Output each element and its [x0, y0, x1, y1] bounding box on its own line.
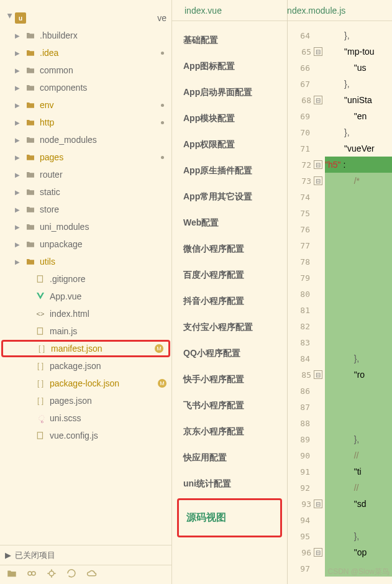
config-item[interactable]: Web配置	[172, 210, 287, 236]
code-line[interactable]	[325, 302, 392, 318]
source-view-button[interactable]: 源码视图	[177, 498, 282, 537]
refresh-icon[interactable]	[66, 568, 77, 582]
folder-item[interactable]: ▶store	[0, 201, 171, 218]
file-item[interactable]: main.js	[0, 322, 171, 340]
tab-index-vue[interactable]: index.vue	[172, 6, 234, 16]
config-item[interactable]: 京东小程序配置	[172, 419, 287, 445]
code-line[interactable]	[325, 237, 392, 253]
code-line[interactable]	[325, 334, 392, 350]
code-line[interactable]	[325, 415, 392, 431]
config-item[interactable]: 基础配置	[172, 27, 287, 53]
config-item[interactable]: App模块配置	[172, 106, 287, 132]
file-item[interactable]: ୄuni.scss	[0, 409, 171, 427]
folder-item[interactable]: ▶.idea	[0, 44, 171, 62]
folder-item[interactable]: ▶common	[0, 62, 171, 79]
file-item[interactable]: App.vue	[0, 288, 171, 305]
code-line[interactable]	[325, 318, 392, 334]
file-item[interactable]: .gitignore	[0, 270, 171, 288]
file-item[interactable]: <>index.html	[0, 305, 171, 322]
closed-projects[interactable]: ▶ 已关闭项目	[0, 545, 171, 565]
code-line[interactable]: "op	[325, 544, 392, 560]
folder-item[interactable]: ▶uni_modules	[0, 218, 171, 235]
config-item[interactable]: App权限配置	[172, 132, 287, 158]
binoculars-icon[interactable]	[26, 568, 37, 582]
chevron-icon: ▶	[15, 189, 25, 196]
folder-item[interactable]: ▶node_modules	[0, 131, 171, 148]
config-item[interactable]: 微信小程序配置	[172, 236, 287, 262]
fold-icon[interactable]: ⊟	[314, 96, 322, 104]
code-line[interactable]: },	[325, 350, 392, 367]
code-line[interactable]	[325, 286, 392, 302]
fold-icon[interactable]: ⊟	[314, 370, 322, 379]
file-item[interactable]: vue.config.js	[0, 427, 171, 444]
cloud-icon[interactable]	[86, 568, 97, 582]
code-line[interactable]: },	[325, 528, 392, 544]
code-line[interactable]: "vueVer	[325, 140, 392, 157]
folder-item[interactable]: ▶router	[0, 166, 171, 183]
code-line[interactable]: /*	[325, 173, 392, 189]
code-line[interactable]	[325, 383, 392, 399]
tree-item-label: manifest.json	[51, 344, 155, 354]
code-line[interactable]: },	[325, 76, 392, 92]
code-line[interactable]	[325, 189, 392, 205]
code-line[interactable]: "mp-tou	[325, 43, 392, 60]
folder-item[interactable]: ▶unpackage	[0, 235, 171, 253]
file-item[interactable]: [ ]package.json	[0, 357, 171, 375]
fold-icon[interactable]: ⊟	[314, 160, 322, 169]
config-item[interactable]: App原生插件配置	[172, 158, 287, 184]
config-item[interactable]: QQ小程序配置	[172, 340, 287, 367]
folder-item[interactable]: ▶pages	[0, 148, 171, 166]
folder-item[interactable]: ▶components	[0, 79, 171, 96]
project-root[interactable]: ▶ u ve	[0, 9, 171, 27]
file-item[interactable]: [ ]manifest.jsonM	[1, 340, 170, 357]
code-line[interactable]: },	[325, 124, 392, 140]
config-item[interactable]: 飞书小程序配置	[172, 393, 287, 419]
fold-icon[interactable]: ⊟	[314, 548, 322, 557]
code-line[interactable]: "h5" :	[325, 157, 392, 173]
code-line[interactable]	[325, 560, 392, 577]
file-item[interactable]: [ ]pages.json	[0, 392, 171, 409]
code-line[interactable]: //	[325, 447, 392, 463]
config-item[interactable]: 支付宝小程序配置	[172, 314, 287, 340]
config-item[interactable]: 快应用配置	[172, 445, 287, 471]
config-item[interactable]: App启动界面配置	[172, 80, 287, 106]
status-dot	[161, 121, 164, 124]
file-item[interactable]: [ ]package-lock.jsonM	[0, 375, 171, 392]
code-line[interactable]: "uniSta	[325, 92, 392, 108]
config-item[interactable]: 抖音小程序配置	[172, 288, 287, 314]
config-item[interactable]: App常用其它设置	[172, 184, 287, 210]
code-line[interactable]	[325, 221, 392, 237]
code-line[interactable]: "us	[325, 60, 392, 76]
fold-icon[interactable]: ⊟	[314, 500, 322, 508]
folder-item[interactable]: ▶.hbuilderx	[0, 27, 171, 44]
tree-item-label: common	[40, 65, 171, 75]
code-line[interactable]	[325, 512, 392, 528]
config-item[interactable]: App图标配置	[172, 53, 287, 80]
folder-item[interactable]: ▶http	[0, 114, 171, 131]
config-item[interactable]: 快手小程序配置	[172, 367, 287, 393]
code-line[interactable]: "en	[325, 108, 392, 124]
line-number: 70	[288, 124, 325, 140]
folder-item[interactable]: ▶env	[0, 96, 171, 114]
fold-icon[interactable]: ⊟	[314, 47, 322, 56]
folder-item[interactable]: ▶utils	[0, 253, 171, 270]
bug-icon[interactable]	[46, 568, 57, 582]
fold-icon[interactable]: ⊟	[314, 176, 322, 185]
tab-index-module[interactable]: index.module.js	[288, 6, 355, 16]
folder-item[interactable]: ▶static	[0, 183, 171, 201]
config-item[interactable]: 百度小程序配置	[172, 262, 287, 288]
code-line[interactable]: "sd	[325, 496, 392, 512]
code-area[interactable]: }, "mp-tou "us }, "uniSta "en }, "vueVer…	[325, 21, 392, 584]
code-line[interactable]	[325, 270, 392, 286]
code-line[interactable]: },	[325, 431, 392, 447]
code-line[interactable]: "ti	[325, 463, 392, 480]
code-line[interactable]: "ro	[325, 367, 392, 383]
code-line[interactable]: //	[325, 480, 392, 496]
code-line[interactable]: },	[325, 27, 392, 43]
code-line[interactable]	[325, 399, 392, 415]
folder-sync-icon[interactable]	[6, 568, 17, 582]
line-number: 68⊟	[288, 92, 325, 108]
code-line[interactable]	[325, 205, 392, 221]
code-line[interactable]	[325, 253, 392, 270]
config-item[interactable]: uni统计配置	[172, 471, 287, 497]
